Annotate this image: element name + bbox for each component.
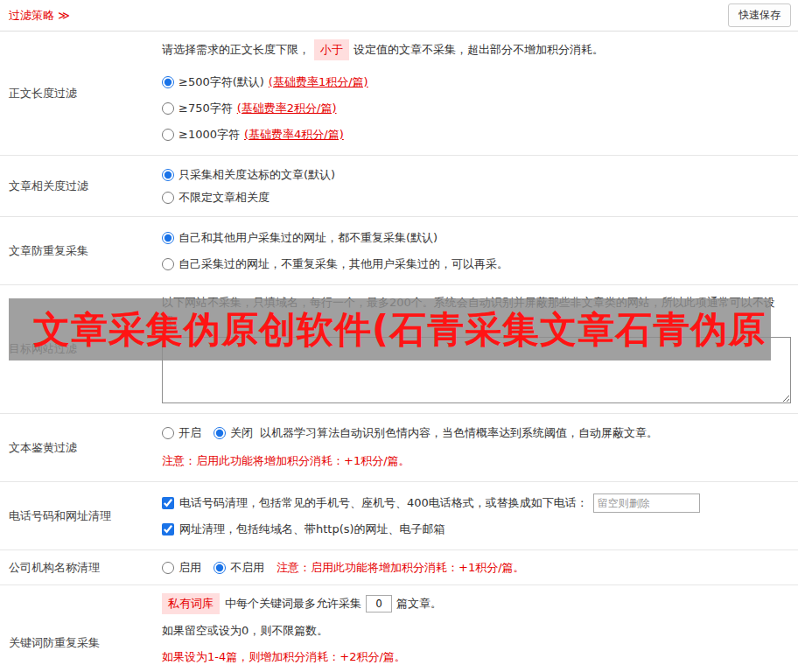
option-label: 关闭 — [230, 422, 253, 444]
option-label: 自己采集过的网址，不重复采集，其他用户采集过的，可以再采。 — [178, 251, 508, 277]
phone-cleanup-checkbox[interactable] — [162, 497, 174, 509]
radio-porn-off[interactable] — [214, 427, 226, 439]
option-company-disable[interactable]: 不启用 — [214, 560, 264, 576]
option-label: 不启用 — [230, 560, 264, 576]
url-cleanup-line: 网址清理，包括纯域名、带http(s)的网址、电子邮箱 — [162, 516, 791, 542]
option-length-1000[interactable]: ≥1000字符 (基础费率4积分/篇) — [162, 122, 791, 148]
keyword-limit-text: 中每个关键词最多允许采集 — [225, 594, 361, 613]
option-relevance-any[interactable]: 不限定文章相关度 — [162, 186, 791, 209]
option-label: 只采集相关度达标的文章(默认) — [178, 164, 335, 186]
url-cleanup-checkbox[interactable] — [162, 523, 174, 536]
option-porn-off[interactable]: 关闭 — [214, 422, 253, 444]
option-relevance-match[interactable]: 只采集相关度达标的文章(默认) — [162, 164, 791, 186]
filter-strategy-page: 过滤策略 ≫ 快速保存 正文长度过滤 请选择需求的正文长度下限，小于设定值的文章… — [0, 0, 798, 672]
option-label: 启用 — [178, 560, 201, 576]
radio-company-disable[interactable] — [214, 562, 226, 574]
row-company-name-cleanup: 公司机构名称清理 启用 不启用 注意：启用此功能将增加积分消耗：+1积分/篇。 — [0, 550, 798, 585]
row-label-body-length: 正文长度过滤 — [0, 32, 153, 155]
row-phone-url-cleanup: 电话号码和网址清理 电话号码清理，包括常见的手机号、座机号、400电话格式，或替… — [0, 482, 798, 550]
phone-cleanup-label: 电话号码清理，包括常见的手机号、座机号、400电话格式，或替换成如下电话： — [179, 490, 588, 516]
row-label-keyword-dedup: 关键词防重复采集 — [0, 585, 153, 672]
option-label: 不限定文章相关度 — [178, 186, 270, 209]
porn-filter-cost-note: 注意：启用此功能将增加积分消耗：+1积分/篇。 — [162, 450, 791, 472]
row-label-phone-url: 电话号码和网址清理 — [0, 482, 153, 550]
row-relevance-filter: 文章相关度过滤 只采集相关度达标的文章(默认) 不限定文章相关度 — [0, 156, 798, 217]
porn-filter-desc: 以机器学习算法自动识别色情内容，当色情概率达到系统阈值，自动屏蔽文章。 — [260, 422, 658, 444]
row-body-length-filter: 正文长度过滤 请选择需求的正文长度下限，小于设定值的文章不采集，超出部分不增加积… — [0, 32, 798, 156]
option-length-750[interactable]: ≥750字符 (基础费率2积分/篇) — [162, 95, 791, 122]
keyword-limit-input[interactable] — [366, 595, 392, 612]
intro-text-before: 请选择需求的正文长度下限， — [162, 43, 310, 56]
option-dedup-self-only[interactable]: 自己采集过的网址，不重复采集，其他用户采集过的，可以再采。 — [162, 251, 791, 277]
blocked-sites-textarea[interactable] — [162, 337, 791, 403]
page-title[interactable]: 过滤策略 ≫ — [9, 8, 70, 24]
radio-length-1000[interactable] — [162, 129, 174, 141]
option-label: ≥750字符 — [178, 95, 233, 122]
radio-dedup-all-users[interactable] — [162, 232, 174, 244]
radio-length-500[interactable] — [162, 76, 174, 88]
radio-porn-on[interactable] — [162, 427, 174, 439]
row-label-dedup: 文章防重复采集 — [0, 217, 153, 284]
radio-relevance-match[interactable] — [162, 169, 174, 181]
radio-relevance-any[interactable] — [162, 192, 174, 204]
keyword-note-zero: 如果留空或设为0，则不限篇数。 — [162, 621, 791, 640]
option-label: ≥500字符(默认) — [178, 69, 264, 95]
body-length-intro: 请选择需求的正文长度下限，小于设定值的文章不采集，超出部分不增加积分消耗。 — [162, 39, 791, 60]
private-lexicon-tag: 私有词库 — [162, 593, 220, 614]
radio-company-enable[interactable] — [162, 562, 174, 574]
option-company-enable[interactable]: 启用 — [162, 560, 201, 576]
quick-save-button[interactable]: 快速保存 — [728, 4, 791, 27]
radio-dedup-self-only[interactable] — [162, 258, 174, 270]
option-rate: (基础费率1积分/篇) — [269, 69, 368, 95]
replacement-phone-input[interactable] — [593, 494, 700, 513]
phone-cleanup-line: 电话号码清理，包括常见的手机号、座机号、400电话格式，或替换成如下电话： — [162, 490, 791, 516]
option-rate: (基础费率4积分/篇) — [244, 122, 344, 148]
option-length-500[interactable]: ≥500字符(默认) (基础费率1积分/篇) — [162, 69, 791, 95]
intro-text-after: 设定值的文章不采集，超出部分不增加积分消耗。 — [354, 43, 604, 56]
option-label: ≥1000字符 — [178, 122, 240, 148]
row-porn-filter: 文本鉴黄过滤 开启 关闭 以机器学习算法自动识别色情内容，当色情概率达到系统阈值… — [0, 414, 798, 482]
target-site-intro: 以下网站不采集，只填域名，每行一个，最多200个。系统会自动识别并屏蔽那些非文章… — [162, 293, 791, 332]
company-cost-note: 注意：启用此功能将增加积分消耗：+1积分/篇。 — [276, 560, 525, 576]
row-target-site-filter: 目标网站过滤 以下网站不采集，只填域名，每行一个，最多200个。系统会自动识别并… — [0, 285, 798, 414]
row-dedup-collect: 文章防重复采集 自己和其他用户采集过的网址，都不重复采集(默认) 自己采集过的网… — [0, 217, 798, 285]
row-label-company-name: 公司机构名称清理 — [0, 550, 153, 584]
option-porn-on[interactable]: 开启 — [162, 422, 201, 444]
row-label-relevance: 文章相关度过滤 — [0, 156, 153, 216]
keyword-note-cost: 如果设为1-4篇，则增加积分消耗：+2积分/篇。 — [162, 648, 791, 667]
option-label: 自己和其他用户采集过的网址，都不重复采集(默认) — [178, 225, 438, 251]
row-label-porn-filter: 文本鉴黄过滤 — [0, 414, 153, 481]
less-than-highlight: 小于 — [314, 39, 349, 60]
row-label-target-site: 目标网站过滤 — [0, 285, 153, 413]
porn-filter-options: 开启 关闭 以机器学习算法自动识别色情内容，当色情概率达到系统阈值，自动屏蔽文章… — [162, 422, 791, 444]
option-dedup-all-users[interactable]: 自己和其他用户采集过的网址，都不重复采集(默认) — [162, 225, 791, 251]
option-rate: (基础费率2积分/篇) — [237, 95, 337, 122]
header-bar: 过滤策略 ≫ 快速保存 — [0, 0, 798, 32]
keyword-limit-suffix: 篇文章。 — [396, 594, 442, 613]
keyword-limit-line: 私有词库 中每个关键词最多允许采集 篇文章。 — [162, 593, 791, 614]
row-keyword-dedup: 关键词防重复采集 私有词库 中每个关键词最多允许采集 篇文章。 如果留空或设为0… — [0, 585, 798, 672]
option-label: 开启 — [178, 422, 201, 444]
url-cleanup-label: 网址清理，包括纯域名、带http(s)的网址、电子邮箱 — [179, 516, 445, 542]
radio-length-750[interactable] — [162, 102, 174, 115]
